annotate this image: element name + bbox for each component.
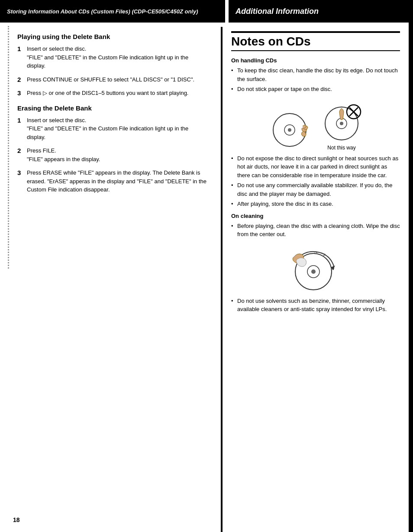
item-number: 2 — [17, 75, 27, 84]
bullet-item: Do not use solvents such as benzine, thi… — [231, 297, 400, 314]
bullet-item: Before playing, clean the disc with a cl… — [231, 222, 400, 239]
svg-point-5 — [340, 122, 343, 125]
left-column: Playing using the Delete Bank 1 Insert o… — [0, 27, 216, 532]
cd-bad-figure: Not this way — [320, 100, 363, 151]
svg-point-11 — [311, 269, 316, 274]
handling-heading: On handling CDs — [231, 57, 400, 64]
item-content: Insert or select the disc. "FILE" and "D… — [27, 45, 208, 70]
cleaning-bullets-2: Do not use solvents such as benzine, thi… — [231, 297, 400, 314]
item-number: 3 — [17, 169, 27, 177]
notes-title: Notes on CDs — [231, 31, 400, 51]
section2-heading: Erasing the Delete Bank — [17, 104, 208, 112]
item-content: Press ERASE while "FILE" appears in the … — [27, 169, 208, 194]
section1-item-1: 1 Insert or select the disc. "FILE" and … — [17, 45, 208, 70]
page-number: 18 — [13, 516, 20, 523]
section1-heading: Playing using the Delete Bank — [17, 33, 208, 40]
item-content: Press FILE. "FILE" appears in the displa… — [27, 146, 208, 163]
cd-good-svg — [268, 107, 311, 151]
section2-item-1: 1 Insert or select the disc. "FILE" and … — [17, 116, 208, 142]
cd-illustrations: Not this way — [231, 100, 400, 151]
item-number: 1 — [17, 45, 27, 53]
cd-good-figure — [268, 107, 311, 151]
item-number: 3 — [17, 89, 27, 97]
section1-item-2: 2 Press CONTINUE or SHUFFLE to select "A… — [17, 75, 208, 84]
right-border — [409, 0, 413, 532]
handling-bullets: To keep the disc clean, handle the disc … — [231, 66, 400, 94]
section1-item-3: 3 Press ▷ or one of the DISC1–5 buttons … — [17, 89, 208, 97]
item-number: 2 — [17, 146, 27, 155]
svg-point-2 — [288, 128, 291, 132]
main-content: Playing using the Delete Bank 1 Insert o… — [0, 23, 413, 532]
page: Storing Information About CDs (Custom Fi… — [0, 0, 413, 532]
item-content: Insert or select the disc. "FILE" and "D… — [27, 116, 208, 142]
section2-item-2: 2 Press FILE. "FILE" appears in the disp… — [17, 146, 208, 163]
cleaning-illustration — [231, 245, 400, 292]
header-right-label: Additional Information — [236, 7, 319, 16]
handling-bullets-2: Do not expose the disc to direct sunligh… — [231, 154, 400, 208]
bullet-item: To keep the disc clean, handle the disc … — [231, 66, 400, 83]
left-border — [8, 26, 9, 269]
item-content: Press ▷ or one of the DISC1–5 buttons yo… — [27, 89, 208, 97]
bullet-item: Do not stick paper or tape on the disc. — [231, 85, 400, 94]
cleaning-svg — [285, 245, 346, 292]
header-left: Storing Information About CDs (Custom Fi… — [0, 0, 225, 23]
header-left-label: Storing Information About CDs (Custom Fi… — [7, 8, 198, 15]
cleaning-heading: On cleaning — [231, 213, 400, 219]
cleaning-bullets: Before playing, clean the disc with a cl… — [231, 222, 400, 239]
right-column: Notes on CDs On handling CDs To keep the… — [221, 27, 413, 532]
cd-bad-caption: Not this way — [327, 145, 355, 151]
item-number: 1 — [17, 116, 27, 125]
item-content: Press CONTINUE or SHUFFLE to select "ALL… — [27, 75, 208, 84]
bullet-item: Do not use any commercially available st… — [231, 181, 400, 198]
top-header: Storing Information About CDs (Custom Fi… — [0, 0, 413, 23]
cd-bad-svg — [320, 100, 363, 143]
header-right: Additional Information — [229, 0, 413, 23]
bullet-item: Do not expose the disc to direct sunligh… — [231, 154, 400, 180]
bullet-item: After playing, store the disc in its cas… — [231, 200, 400, 208]
section2-item-3: 3 Press ERASE while "FILE" appears in th… — [17, 169, 208, 194]
